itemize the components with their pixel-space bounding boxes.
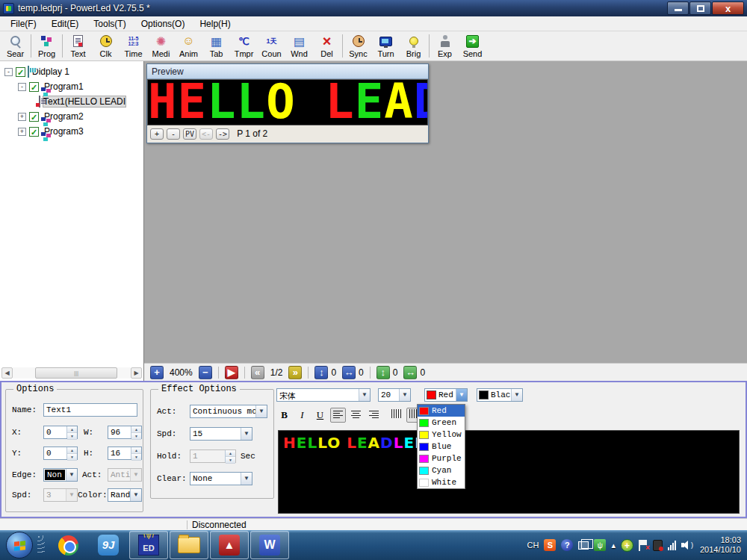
w-spinner[interactable]: 96 ▲▼ [108,426,142,439]
chevron-down-icon[interactable]: ▼ [130,489,141,501]
power-status-icon[interactable] [653,540,663,551]
color-option-purple[interactable]: Purple [418,452,465,464]
taskbar-browser-button[interactable]: 9J [89,531,128,559]
menu-tools[interactable]: Tools(T) [86,17,133,31]
checkbox-checked[interactable]: ✓ [29,82,39,92]
tree-item-text1[interactable]: Text1(HELLO LEADI [0,94,143,109]
font-color-combo[interactable]: Red ▼ [424,388,468,402]
h-spinner[interactable]: 16 ▲▼ [108,447,142,460]
preview-pv-button[interactable]: PV [183,128,196,140]
effect-act-combo[interactable]: Continuous mov ▼ [190,405,267,418]
menu-help[interactable]: Help(H) [192,17,238,31]
antivirus-shield-icon[interactable]: + [621,539,633,552]
tree-item-display[interactable]: - ✓ Didplay 1 [0,64,143,79]
color-option-yellow[interactable]: Yellow [418,429,465,441]
name-input[interactable] [43,403,137,417]
collapse-icon[interactable]: - [18,83,26,91]
tree-item-program2[interactable]: + ✓ Program2 [0,109,143,124]
preview-zoom-out-button[interactable]: - [167,128,180,140]
expand-icon[interactable]: + [18,113,26,121]
menu-options[interactable]: Options(O) [134,17,193,31]
taskbar-chrome-button[interactable] [49,531,87,559]
scrollbar-track[interactable] [13,367,131,379]
expand-icon[interactable]: + [18,128,26,136]
toolbar-button-animation[interactable]: ☺ Anim [175,32,202,60]
play-button[interactable]: ▶ [225,366,238,379]
underline-button[interactable]: U [312,408,328,423]
vertical-align-top-button[interactable] [388,408,404,423]
vertical-spacing-icon[interactable]: ↕ [376,366,390,379]
color-option-white[interactable]: White [418,476,465,488]
taskbar-pdf-button[interactable]: ▲ [210,531,249,559]
color-option-cyan[interactable]: Cyan [418,464,465,476]
toolbar-button-table[interactable]: ▦ Tab [202,32,230,60]
chevron-down-icon[interactable]: ▼ [359,389,370,401]
preview-prev-page-button[interactable]: <- [199,128,213,140]
toolbar-button-search[interactable]: Sear [1,32,29,60]
spinner-arrows[interactable]: ▲▼ [131,426,141,438]
tree-item-program3[interactable]: + ✓ Program3 [0,124,143,139]
align-right-button[interactable] [366,408,382,423]
preview-window[interactable]: Preview HELLO LEAD + - PV <- -> P 1 of 2 [146,63,429,143]
toolbar-button-media[interactable]: ✺ Medi [147,32,175,60]
tree-item-program1[interactable]: - ✓ Program1 [0,79,143,94]
preview-titlebar[interactable]: Preview [147,64,428,79]
toolbar-button-delete[interactable]: × Del [313,32,341,60]
font-size-combo[interactable]: 20 ▼ [378,388,411,402]
toolbar-button-temperature[interactable]: ℃ Tmpr [230,32,258,60]
spinner-arrows[interactable]: ▲▼ [131,447,141,459]
color-option-red[interactable]: Red [418,405,465,417]
spinner-arrows[interactable]: ▲▼ [66,447,77,459]
horizontal-offset-icon[interactable]: ↔ [342,366,356,379]
taskbar-explorer-button[interactable] [170,531,208,559]
scroll-left-button[interactable]: ◀ [1,367,13,379]
maximize-button[interactable] [689,1,711,15]
window-stack-icon[interactable] [578,541,589,550]
minimize-button[interactable] [667,1,689,15]
align-center-button[interactable] [348,408,364,423]
taskbar-powerled-button[interactable]: ED [129,531,168,559]
menu-edit[interactable]: Edit(E) [44,17,87,31]
checkbox-checked[interactable]: ✓ [29,127,39,137]
next-page-button[interactable]: » [288,366,302,379]
edge-act-combo[interactable]: Anti ▼ [108,468,142,482]
toolbar-button-sync[interactable]: Sync [344,32,372,60]
toolbar-button-window[interactable]: ▤ Wnd [285,32,313,60]
toolbar-button-countdown[interactable]: 1天 Coun [258,32,285,60]
scrollbar-thumb[interactable] [35,367,117,379]
edge-combo[interactable]: Non ▼ [43,468,78,482]
x-spinner[interactable]: 0 ▲▼ [43,426,78,439]
scroll-right-button[interactable]: ▶ [131,367,142,379]
action-center-flag-icon[interactable]: × [639,540,648,551]
tray-expand-icon[interactable]: ▴ [611,541,616,550]
start-button[interactable] [6,532,33,559]
italic-button[interactable]: I [294,408,310,423]
horizontal-scrollbar[interactable]: ◀ ▶ [1,367,142,379]
toolbar-button-turn[interactable]: Turn [372,32,400,60]
font-family-combo[interactable]: 宋体 ▼ [276,388,371,402]
tree-item-label[interactable]: Text1(HELLO LEADI [43,96,125,107]
volume-icon[interactable]: ) [681,540,692,550]
text-content-editor[interactable]: HELLO LEADLEDS [278,430,740,514]
taskbar-clock[interactable]: 18:03 2014/10/10 [700,535,741,555]
hold-spinner[interactable]: 1 ▲▼ [190,449,236,463]
chevron-down-icon[interactable]: ▼ [66,469,77,481]
chevron-down-icon[interactable]: ▼ [241,473,252,485]
collapse-icon[interactable]: - [4,68,13,76]
color-option-blue[interactable]: Blue [418,441,465,452]
effect-spd-combo[interactable]: 15 ▼ [190,427,252,441]
spinner-arrows[interactable]: ▲▼ [66,426,77,438]
toolbar-button-send[interactable]: ➔ Send [459,32,486,60]
chevron-down-icon[interactable]: ▼ [241,428,252,440]
prev-page-button[interactable]: « [251,366,264,379]
preview-next-page-button[interactable]: -> [216,128,229,140]
toolbar-button-time[interactable]: 11-512:3 Time [120,32,147,60]
checkbox-checked[interactable]: ✓ [16,67,25,77]
help-tray-icon[interactable]: ? [561,539,573,551]
chevron-down-icon[interactable]: ▼ [399,389,410,401]
tree-item-label[interactable]: Didplay 1 [32,66,69,77]
bold-button[interactable]: B [276,408,292,423]
checkbox-checked[interactable]: ✓ [29,112,39,122]
edge-spd-combo[interactable]: 3 ▼ [43,488,78,502]
color-option-green[interactable]: Green [418,417,465,429]
